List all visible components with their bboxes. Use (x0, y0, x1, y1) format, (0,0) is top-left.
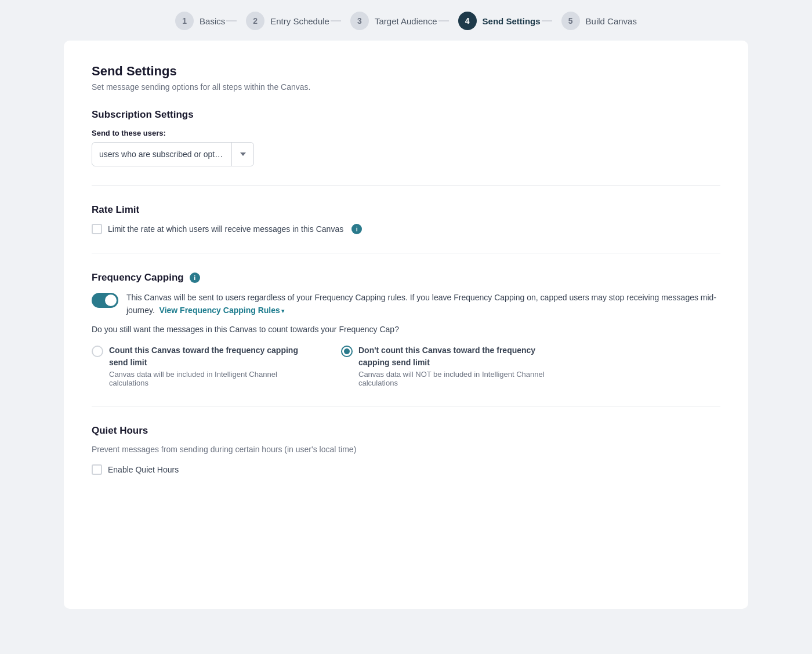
quiet-hours-subtitle: Prevent messages from sending during cer… (92, 445, 720, 454)
rate-limit-section: Rate Limit Limit the rate at which users… (92, 204, 720, 234)
step-label-entry-schedule: Entry Schedule (270, 16, 329, 26)
frequency-capping-toggle[interactable] (92, 293, 118, 308)
rate-limit-checkbox-row: Limit the rate at which users will recei… (92, 224, 720, 234)
subscription-send-label: Send to these users: (92, 129, 720, 137)
page-subtitle: Set message sending options for all step… (92, 82, 720, 92)
quiet-hours-section: Quiet Hours Prevent messages from sendin… (92, 425, 720, 475)
quiet-hours-title: Quiet Hours (92, 425, 720, 437)
step-label-target-audience: Target Audience (375, 16, 437, 26)
frequency-capping-toggle-row: This Canvas will be sent to users regard… (92, 292, 720, 317)
rate-limit-checkbox-label: Limit the rate at which users will recei… (108, 224, 343, 234)
frequency-capping-toggle-text: This Canvas will be sent to users regard… (126, 292, 720, 317)
radio-count-circle[interactable] (92, 346, 103, 357)
rate-limit-title: Rate Limit (92, 204, 720, 216)
radio-count-sublabel: Canvas data will be included in Intellig… (109, 370, 312, 387)
step-number-2: 2 (246, 12, 264, 30)
step-target-audience[interactable]: 3 Target Audience (340, 12, 448, 30)
step-number-4: 4 (458, 12, 477, 30)
subscription-dropdown-value: users who are subscribed or opte... (92, 150, 231, 159)
radio-count-label: Count this Canvas toward the frequency c… (109, 344, 312, 369)
frequency-capping-title: Frequency Capping (92, 272, 184, 284)
frequency-cap-radio-options: Count this Canvas toward the frequency c… (92, 344, 720, 387)
toggle-thumb (105, 295, 117, 306)
frequency-cap-question: Do you still want the messages in this C… (92, 325, 720, 334)
subscription-settings-title: Subscription Settings (92, 109, 720, 121)
rate-limit-info-icon[interactable]: i (351, 224, 362, 234)
quiet-hours-checkbox-label: Enable Quiet Hours (108, 465, 179, 474)
step-label-send-settings: Send Settings (483, 16, 541, 26)
radio-dont-count-label: Don't count this Canvas toward the frequ… (358, 344, 561, 369)
step-label-basics: Basics (200, 16, 225, 26)
frequency-capping-section: Frequency Capping i This Canvas will be … (92, 272, 720, 387)
rate-limit-checkbox[interactable] (92, 224, 102, 234)
radio-option-dont-count[interactable]: Don't count this Canvas toward the frequ… (341, 344, 561, 387)
step-entry-schedule[interactable]: 2 Entry Schedule (235, 12, 340, 30)
quiet-hours-checkbox-row: Enable Quiet Hours (92, 464, 720, 475)
radio-count-content: Count this Canvas toward the frequency c… (109, 344, 312, 387)
step-number-1: 1 (175, 12, 194, 30)
step-number-3: 3 (350, 12, 369, 30)
view-frequency-capping-rules-link[interactable]: View Frequency Capping Rules (160, 306, 280, 315)
radio-option-count[interactable]: Count this Canvas toward the frequency c… (92, 344, 312, 387)
subscription-settings-section: Subscription Settings Send to these user… (92, 109, 720, 166)
step-basics[interactable]: 1 Basics (165, 12, 235, 30)
radio-dont-count-sublabel: Canvas data will NOT be included in Inte… (358, 370, 561, 387)
step-build-canvas[interactable]: 5 Build Canvas (551, 12, 647, 30)
page-title: Send Settings (92, 64, 720, 79)
step-label-build-canvas: Build Canvas (586, 16, 637, 26)
divider-2 (92, 253, 720, 253)
frequency-capping-info-icon[interactable]: i (190, 272, 200, 283)
divider-3 (92, 406, 720, 406)
step-number-5: 5 (561, 12, 580, 30)
main-card: Send Settings Set message sending option… (64, 41, 748, 609)
quiet-hours-checkbox[interactable] (92, 464, 102, 475)
radio-dont-count-content: Don't count this Canvas toward the frequ… (358, 344, 561, 387)
step-send-settings[interactable]: 4 Send Settings (448, 12, 551, 30)
chevron-down-icon (240, 152, 246, 156)
dropdown-arrow-area (231, 143, 253, 166)
divider-1 (92, 185, 720, 186)
stepper: 1 Basics 2 Entry Schedule 3 Target Audie… (0, 0, 812, 41)
radio-dont-count-circle[interactable] (341, 346, 353, 357)
chevron-down-icon: ▾ (281, 306, 285, 316)
subscription-dropdown[interactable]: users who are subscribed or opte... (92, 142, 254, 166)
